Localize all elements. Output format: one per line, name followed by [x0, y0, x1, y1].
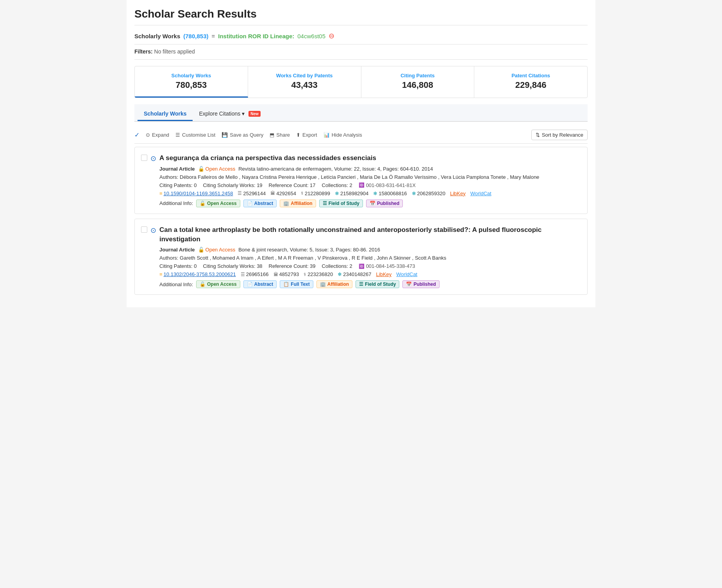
share-button[interactable]: ⬒ Share	[270, 132, 290, 138]
hide-analysis-button[interactable]: 📊 Hide Analysis	[323, 132, 362, 138]
citing-patents-1: Citing Patents: 0	[159, 182, 197, 188]
citing-works-1: Citing Scholarly Works: 19	[203, 182, 262, 188]
abstract-badge-icon-2: 📄	[247, 282, 253, 287]
stat-cited-patents[interactable]: Works Cited by Patents 43,433	[248, 66, 361, 98]
result-content-2: ⊙ Can a total knee arthroplasty be both …	[150, 225, 581, 289]
new-badge: New	[248, 111, 261, 117]
badge-abstract-2[interactable]: 📄 Abstract	[243, 280, 277, 288]
article-type-2: Journal Article	[159, 247, 195, 253]
doi-value-1[interactable]: 10.1590/0104-1169.3651.2458	[164, 191, 233, 196]
doi-item-1[interactable]: ≡ 10.1590/0104-1169.3651.2458	[159, 191, 233, 196]
oid-2: 🆔 001-084-145-338-473	[359, 263, 415, 269]
filter-value: 04cw6st05	[297, 33, 325, 39]
doi-value-2[interactable]: 10.1302/2046-3758.53.2000621	[164, 271, 236, 277]
oid-value-2: 001-084-145-338-473	[366, 263, 415, 269]
expand-label: Expand	[152, 132, 169, 138]
sort-icon: ⇅	[536, 132, 540, 138]
save-query-button[interactable]: 💾 Save as Query	[222, 132, 263, 138]
stat-scholarly-works[interactable]: Scholarly Works 780,853	[135, 66, 248, 98]
field-of-study-badge-icon-1: ☰	[323, 201, 327, 206]
badge-open-access-1[interactable]: 🔓 Open Access	[196, 200, 240, 207]
pmc-value-2: 4852793	[279, 271, 299, 277]
badge-affiliation-2[interactable]: 🏢 Affiliation	[316, 280, 352, 288]
oid-icon-1: 🆔	[359, 182, 365, 188]
filter-label: Institution ROR ID Lineage:	[218, 33, 294, 39]
badge-affiliation-1[interactable]: 🏢 Affiliation	[280, 200, 316, 207]
result-checkbox-2[interactable]	[141, 226, 147, 233]
libkey-link-2[interactable]: LibKey	[376, 271, 392, 277]
collections-1: Collections: 2	[322, 182, 352, 188]
result-content-1: ⊙ A segurança da criança na perspectiva …	[150, 153, 581, 207]
article-type-1: Journal Article	[159, 166, 195, 172]
stat-scholarly-works-value: 780,853	[143, 80, 240, 90]
badge-abstract-1[interactable]: 📄 Abstract	[243, 200, 277, 207]
medline-icon-2: ☰	[241, 272, 245, 277]
open-access-label-2: Open Access	[206, 247, 236, 253]
badge-field-of-study-1[interactable]: ☰ Field of Study	[319, 200, 363, 207]
customise-label: Customise List	[182, 132, 215, 138]
ids-row-2: ≡ 10.1302/2046-3758.53.2000621 ☰ 2696516…	[159, 271, 581, 277]
expand-button[interactable]: ⊙ Expand	[146, 132, 169, 138]
expand-result-icon-2[interactable]: ⊙	[150, 226, 156, 235]
collections-2: Collections: 2	[322, 263, 352, 269]
open-access-icon-2: 🔓	[198, 247, 204, 253]
full-text-badge-icon-2: 📋	[283, 282, 289, 287]
stats-row-1: Citing Patents: 0 Citing Scholarly Works…	[159, 182, 581, 188]
result-card-1: ⊙ A segurança da criança na perspectiva …	[134, 147, 588, 214]
equals-sign: =	[212, 33, 215, 39]
scholarly-works-label: Scholarly Works	[134, 33, 180, 39]
badge-field-of-study-2[interactable]: ☰ Field of Study	[356, 280, 399, 288]
ids-row-1: ≡ 10.1590/0104-1169.3651.2458 ☰ 25296144…	[159, 191, 581, 196]
stat-citing-patents[interactable]: Citing Patents 146,808	[361, 66, 475, 98]
share-label: Share	[276, 132, 290, 138]
cinahl-icon-1: ⚕	[301, 191, 304, 196]
tab-explore-citations[interactable]: Explore Citations ▾ New	[193, 107, 266, 121]
expand-result-icon-1[interactable]: ⊙	[150, 154, 156, 163]
badge-open-access-2[interactable]: 🔓 Open Access	[196, 280, 240, 288]
export-label: Export	[302, 132, 317, 138]
medline-icon-1: ☰	[238, 191, 242, 196]
worldcat-link-1[interactable]: WorldCat	[470, 191, 491, 196]
libkey-link-1[interactable]: LibKey	[450, 191, 466, 196]
result-title-1[interactable]: A segurança da criança na perspectiva da…	[159, 153, 581, 163]
export-button[interactable]: ⬆ Export	[296, 132, 317, 138]
stat-citing-patents-value: 146,808	[369, 80, 466, 90]
id1-icon-1: ❄	[335, 191, 339, 196]
badge-full-text-2[interactable]: 📋 Full Text	[280, 280, 313, 288]
result-meta-2: Journal Article 🔓 Open Access Bone & joi…	[159, 247, 581, 253]
citing-patents-2: Citing Patents: 0	[159, 263, 197, 269]
doi-icon-1: ≡	[159, 191, 163, 196]
authors-2: Authors: Gareth Scott , Mohamed A Imam ,…	[159, 255, 581, 261]
customise-button[interactable]: ☰ Customise List	[175, 132, 215, 138]
doi-icon-2: ≡	[159, 271, 163, 277]
open-access-icon-1: 🔓	[198, 166, 204, 172]
worldcat-link-2[interactable]: WorldCat	[396, 271, 417, 277]
stat-scholarly-works-label: Scholarly Works	[143, 73, 240, 78]
select-all-check[interactable]: ✓	[134, 131, 139, 139]
sort-button[interactable]: ⇅ Sort by Relevance	[531, 130, 588, 140]
published-badge-icon-1: 📅	[370, 201, 375, 206]
result-title-2[interactable]: Can a total knee arthroplasty be both ro…	[159, 225, 581, 244]
cinahl-value-2: 223236820	[307, 271, 333, 277]
open-access-1: 🔓 Open Access	[198, 166, 236, 172]
id3-icon-1: ❄	[412, 191, 416, 196]
result-card-2: ⊙ Can a total knee arthroplasty be both …	[134, 219, 588, 295]
result-top-1: ⊙ A segurança da criança na perspectiva …	[141, 153, 581, 207]
additional-info-label-1: Additional Info:	[159, 200, 193, 206]
open-access-label-1: Open Access	[206, 166, 236, 172]
stat-patent-citations[interactable]: Patent Citations 229,846	[474, 66, 587, 98]
result-checkbox-1[interactable]	[141, 155, 147, 161]
pmc-icon-1: 🏛	[270, 191, 275, 196]
filters-value: No filters applied	[154, 48, 195, 55]
pmc-value-1: 4292654	[276, 191, 296, 196]
badge-published-2[interactable]: 📅 Published	[402, 280, 439, 288]
oid-icon-2: 🆔	[359, 264, 365, 269]
tabs-bar: Scholarly Works Explore Citations ▾ New	[134, 104, 588, 122]
additional-info-2: Additional Info: 🔓 Open Access 📄 Abstrac…	[159, 280, 581, 288]
result-meta-1: Journal Article 🔓 Open Access Revista la…	[159, 166, 581, 172]
remove-filter-icon[interactable]: ⊖	[329, 32, 334, 40]
tab-scholarly-works[interactable]: Scholarly Works	[138, 107, 193, 121]
scholarly-works-count[interactable]: (780,853)	[183, 33, 208, 39]
badge-published-1[interactable]: 📅 Published	[366, 200, 403, 207]
doi-item-2[interactable]: ≡ 10.1302/2046-3758.53.2000621	[159, 271, 236, 277]
